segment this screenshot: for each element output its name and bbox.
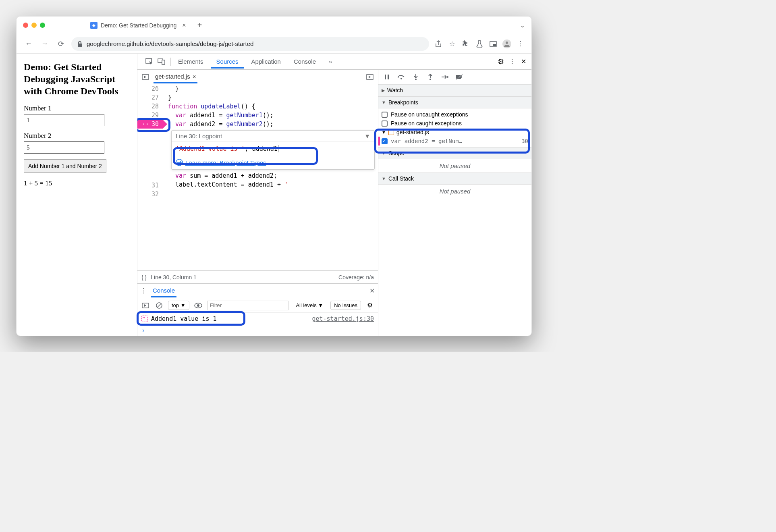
tab-application[interactable]: Application: [246, 54, 286, 69]
section-watch[interactable]: ▶Watch: [378, 84, 531, 96]
learn-more-link[interactable]: Learn more: Breakpoint Types: [172, 156, 374, 169]
live-expression-icon[interactable]: [193, 301, 203, 310]
line-num-26[interactable]: 26: [137, 84, 163, 93]
logpoint-gutter-badge[interactable]: ··30: [137, 120, 163, 129]
svg-point-17: [415, 79, 417, 80]
settings-icon[interactable]: ⚙: [496, 58, 506, 66]
checkbox-checked-icon[interactable]: [382, 138, 388, 144]
browser-tab[interactable]: ◆ Demo: Get Started Debugging ×: [85, 19, 191, 31]
console-prompt[interactable]: ›: [137, 325, 378, 336]
labs-icon[interactable]: [475, 39, 484, 48]
devtools-left-icons: [141, 58, 171, 66]
tab-elements[interactable]: Elements: [172, 54, 209, 69]
menu-icon[interactable]: ⋮: [516, 39, 525, 48]
debugger-controls: [378, 70, 531, 84]
more-files-icon[interactable]: [365, 73, 375, 81]
back-button[interactable]: ←: [23, 38, 34, 50]
bookmark-star-icon[interactable]: ☆: [448, 39, 456, 48]
toolbar-right: ☆ ⋮: [434, 39, 525, 48]
breakpoint-file-row[interactable]: ▼get-started.js: [382, 128, 528, 137]
page-title: Demo: Get Started Debugging JavaScript w…: [24, 61, 130, 97]
step-over-icon[interactable]: [396, 74, 407, 80]
close-window-icon[interactable]: [23, 23, 28, 28]
close-devtools-icon[interactable]: ✕: [519, 58, 528, 66]
step-into-icon[interactable]: [411, 74, 421, 80]
lock-icon: [77, 41, 83, 47]
minimize-window-icon[interactable]: [31, 23, 37, 28]
maximize-window-icon[interactable]: [40, 23, 45, 28]
file-tab-name: get-started.js: [155, 73, 190, 80]
clear-console-icon[interactable]: [154, 301, 164, 310]
extensions-icon[interactable]: [461, 39, 470, 48]
log-levels-selector[interactable]: All levels ▼: [293, 301, 326, 310]
breakpoint-entry[interactable]: var addend2 = getNum… 30: [382, 137, 528, 145]
section-breakpoints[interactable]: ▼Breakpoints: [378, 96, 531, 108]
line-num-32[interactable]: 32: [137, 190, 163, 199]
logpoint-head[interactable]: Line 30: Logpoint ▼: [172, 131, 374, 142]
pretty-print-icon[interactable]: { }: [141, 274, 147, 281]
context-selector[interactable]: top ▼: [168, 301, 189, 310]
reload-button[interactable]: ⟳: [55, 38, 66, 50]
devtools: Elements Sources Application Console » ⚙…: [137, 54, 531, 336]
line-num-28[interactable]: 28: [137, 102, 163, 111]
share-icon[interactable]: [434, 39, 443, 48]
file-tab[interactable]: get-started.js ×: [154, 71, 197, 83]
step-icon[interactable]: [440, 75, 450, 79]
svg-rect-15: [388, 75, 389, 79]
profile-icon[interactable]: [502, 39, 511, 48]
logpoint-output-icon: [141, 316, 148, 322]
svg-rect-14: [385, 75, 386, 79]
code-content[interactable]: } } function updateLabel() { var addend1…: [163, 84, 378, 270]
tab-console[interactable]: Console: [288, 54, 322, 69]
deactivate-breakpoints-icon[interactable]: [454, 74, 465, 80]
pause-icon[interactable]: [382, 74, 392, 80]
window-controls: [23, 23, 45, 28]
pause-caught-row[interactable]: Pause on caught exceptions: [382, 119, 528, 128]
kebab-icon[interactable]: ⋮: [507, 58, 517, 66]
console-kebab-icon[interactable]: ⋮: [141, 287, 147, 295]
close-file-icon[interactable]: ×: [193, 73, 196, 80]
console-sidebar-toggle-icon[interactable]: [141, 301, 150, 310]
svg-point-13: [197, 304, 199, 307]
line-num-27[interactable]: 27: [137, 93, 163, 102]
pause-uncaught-row[interactable]: Pause on uncaught exceptions: [382, 110, 528, 119]
issues-button[interactable]: No Issues: [330, 301, 361, 310]
number2-input[interactable]: [24, 141, 104, 154]
logpoint-input[interactable]: 'Addend1 value is ', addend1: [172, 142, 374, 156]
dropdown-caret-icon[interactable]: ▼: [364, 133, 370, 139]
close-tab-icon[interactable]: ×: [182, 22, 186, 29]
checkbox-icon[interactable]: [382, 112, 388, 118]
device-toggle-icon[interactable]: [157, 58, 166, 66]
console-settings-icon[interactable]: ⚙: [365, 301, 375, 310]
scope-not-paused: Not paused: [378, 159, 531, 172]
console-log-source[interactable]: get-started.js:30: [312, 315, 374, 322]
number1-input[interactable]: [24, 114, 104, 126]
console-drawer-tab[interactable]: Console: [151, 285, 176, 297]
navigator-toggle-icon[interactable]: [141, 73, 150, 81]
section-callstack[interactable]: ▼Call Stack: [378, 172, 531, 185]
forward-button[interactable]: →: [39, 38, 50, 50]
tab-sources[interactable]: Sources: [211, 54, 244, 69]
svg-point-16: [400, 78, 402, 79]
inspect-icon[interactable]: [145, 58, 154, 66]
line-num-31[interactable]: 31: [137, 181, 163, 190]
devtools-tabs: Elements Sources Application Console » ⚙…: [137, 54, 531, 70]
add-button[interactable]: Add Number 1 and Number 2: [24, 159, 106, 173]
close-drawer-icon[interactable]: ✕: [369, 287, 375, 295]
pip-icon[interactable]: [489, 39, 498, 48]
tab-more[interactable]: »: [323, 54, 338, 69]
line-num-29[interactable]: 29: [137, 111, 163, 120]
checkbox-icon[interactable]: [382, 121, 388, 127]
section-scope[interactable]: ▼Scope: [378, 147, 531, 159]
url-text: googlechrome.github.io/devtools-samples/…: [87, 40, 253, 47]
tabs-dropdown-icon[interactable]: ⌄: [520, 22, 525, 29]
code-editor[interactable]: 26 27 28 29 ··30 31 32 } } func: [137, 84, 378, 270]
titlebar: ◆ Demo: Get Started Debugging × + ⌄: [17, 17, 531, 34]
step-out-icon[interactable]: [425, 74, 436, 80]
console-filter-input[interactable]: [207, 301, 289, 310]
new-tab-button[interactable]: +: [197, 21, 202, 30]
cursor-position: Line 30, Column 1: [151, 274, 197, 281]
url-bar[interactable]: googlechrome.github.io/devtools-samples/…: [71, 37, 429, 51]
devtools-main: get-started.js × 26 27: [137, 70, 531, 336]
sources-footer: { } Line 30, Column 1 Coverage: n/a: [137, 270, 378, 283]
